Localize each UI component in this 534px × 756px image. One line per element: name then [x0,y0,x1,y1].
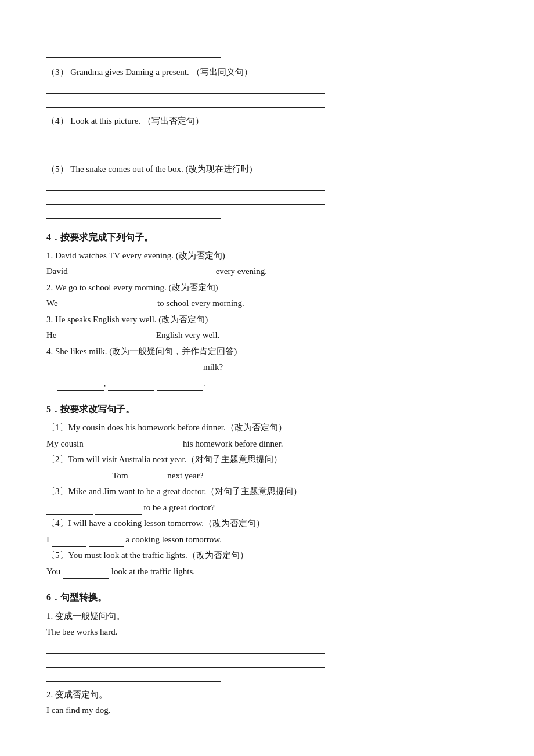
answer-line [46,206,221,219]
blank[interactable] [154,365,201,375]
blank[interactable] [109,301,155,311]
q5-item2-answer: Tom next year? [46,469,488,484]
blank[interactable] [134,441,181,451]
blank[interactable] [57,380,104,391]
blank[interactable] [106,365,153,375]
q4-item3-original: 3. He speaks English very well. (改为否定句) [46,312,488,327]
blank[interactable] [167,269,214,279]
q5-title: 5．按要求改写句子。 [46,401,488,417]
q5-item1-original: 〔1〕My cousin does his homework before di… [46,420,488,435]
q4-title: 4．按要求完成下列句子。 [46,229,488,245]
blank[interactable] [86,441,132,451]
top-continuation-lines [46,17,488,58]
blank[interactable] [59,333,105,343]
q5-item1-answer: My cousin his homework before dinner. [46,437,488,452]
q3-item3-text: （3） Grandma gives Daming a present. （写出同… [46,65,488,80]
q5-item5-original: 〔5〕You must look at the traffic lights.（… [46,548,488,563]
q5-item3-original: 〔3〕Mike and Jim want to be a great docto… [46,484,488,499]
blank[interactable] [46,505,93,515]
q6-item1-instruction: 1. 变成一般疑问句。 [46,609,488,624]
q6-section: 6．句型转换。 1. 变成一般疑问句。 The bee works hard. … [46,589,488,756]
q4-item4-line2: — , . [46,376,488,391]
answer-line [46,655,325,668]
answer-line [46,192,325,205]
q3-item-5: （5） The snake comes out of the box. (改为现… [46,162,488,219]
blank[interactable] [63,568,109,579]
answer-line [46,641,325,654]
q4-item4-line1: — milk? [46,360,488,375]
blank[interactable] [60,301,106,311]
q4-item1-answer: David every evening. [46,264,488,279]
answer-line [46,719,325,732]
answer-line [46,129,325,142]
q4-item3-answer: He English very well. [46,328,488,343]
q3-item-3: （3） Grandma gives Daming a present. （写出同… [46,65,488,108]
q5-item4-original: 〔4〕I will have a cooking lesson tomorrow… [46,516,488,531]
answer-line [46,733,325,746]
answer-line [46,747,221,756]
answer-line [46,31,325,44]
q6-item1: 1. 变成一般疑问句。 The bee works hard. [46,609,488,682]
blank[interactable] [46,473,110,483]
answer-line [46,669,221,682]
q5-section: 5．按要求改写句子。 〔1〕My cousin does his homewor… [46,401,488,579]
answer-line [46,178,325,191]
q5-item2-original: 〔2〕Tom will visit Australia next year.（对… [46,452,488,467]
q6-item1-original: The bee works hard. [46,625,488,640]
q4-item1-original: 1. David watches TV every evening. (改为否定… [46,249,488,264]
answer-line [46,17,325,30]
q6-item2-instruction: 2. 变成否定句。 [46,687,488,703]
q3-item4-text: （4） Look at this picture. （写出否定句） [46,114,488,129]
blank[interactable] [95,505,142,515]
blank[interactable] [118,269,165,279]
q3-item-4: （4） Look at this picture. （写出否定句） [46,114,488,157]
answer-line [46,81,325,94]
q3-item5-text: （5） The snake comes out of the box. (改为现… [46,162,488,177]
blank[interactable] [70,269,116,279]
answer-line [46,45,221,58]
q4-item2-original: 2. We go to school every morning. (改为否定句… [46,280,488,296]
q3-section: （3） Grandma gives Daming a present. （写出同… [46,65,488,219]
q4-item4-original: 4. She likes milk. (改为一般疑问句，并作肯定回答) [46,344,488,359]
answer-line [46,143,325,156]
blank[interactable] [89,537,124,547]
blank[interactable] [57,365,104,375]
q4-item2-answer: We to school every morning. [46,296,488,311]
q6-item2: 2. 变成否定句。 I can find my dog. [46,687,488,756]
blank[interactable] [107,333,154,343]
q4-section: 4．按要求完成下列句子。 1. David watches TV every e… [46,229,488,391]
blank[interactable] [157,380,203,391]
blank[interactable] [52,537,86,547]
blank[interactable] [131,473,165,483]
q5-item4-answer: I a cooking lesson tomorrow. [46,532,488,548]
q6-title: 6．句型转换。 [46,589,488,605]
q5-item5-answer: You look at the traffic lights. [46,564,488,579]
q5-item3-answer: to be a great doctor? [46,501,488,516]
q6-item2-original: I can find my dog. [46,703,488,718]
blank[interactable] [108,380,154,391]
answer-line [46,95,325,108]
